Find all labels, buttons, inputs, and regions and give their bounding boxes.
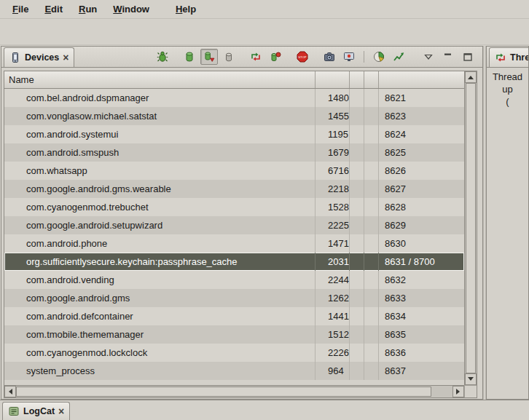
- update-threads-icon: [250, 51, 262, 63]
- threads-view: Threads × Thread up (: [486, 46, 529, 400]
- status-cell: [350, 89, 364, 107]
- threads-message-line2: (: [487, 95, 528, 108]
- debug-cell: [364, 307, 379, 325]
- table-row[interactable]: com.android.defcontainer144118634: [4, 307, 464, 325]
- status-cell: [350, 253, 364, 271]
- table-row[interactable]: org.sufficientlysecure.keychain:passphra…: [4, 253, 464, 271]
- table-row[interactable]: com.android.smspush16798625: [4, 143, 464, 162]
- view-menu-button[interactable]: [420, 49, 437, 65]
- table-row[interactable]: com.google.android.setupwizard222508629: [4, 216, 464, 234]
- vertical-scrollbar[interactable]: [464, 71, 477, 385]
- port-cell: 8635: [379, 325, 464, 344]
- table-row[interactable]: com.google.android.gms126238633: [4, 289, 464, 307]
- status-cell: [350, 216, 364, 234]
- tab-threads[interactable]: Threads ×: [489, 47, 529, 67]
- method-tracer-button[interactable]: [390, 49, 407, 65]
- menu-window[interactable]: Window: [105, 1, 157, 17]
- screen-record-button[interactable]: [340, 49, 358, 65]
- process-name-cell: system_process: [4, 362, 316, 380]
- devices-toolbar: STOP: [154, 46, 482, 67]
- table-row[interactable]: com.vonglasow.michael.satstat145538623: [4, 107, 464, 125]
- screen-capture-button[interactable]: [321, 49, 338, 65]
- table-row[interactable]: com.cyanogenmod.trebuchet15288628: [4, 198, 464, 216]
- column-header-pid[interactable]: [316, 71, 350, 88]
- port-cell: 8623: [379, 107, 464, 125]
- menu-file[interactable]: File: [4, 1, 36, 17]
- table-row[interactable]: com.bel.android.dspmanager14808621: [4, 89, 464, 107]
- system-info-icon: [373, 51, 385, 63]
- table-row[interactable]: com.google.android.gms.wearable221858627: [4, 180, 464, 198]
- menu-help[interactable]: Help: [168, 1, 204, 17]
- scroll-left-button[interactable]: [4, 386, 16, 397]
- horizontal-scrollbar-thumb[interactable]: [16, 387, 431, 397]
- debug-cell: [364, 198, 379, 216]
- svg-text:STOP: STOP: [298, 55, 307, 58]
- pid-cell: 22265: [316, 344, 350, 362]
- column-header-port[interactable]: [379, 71, 464, 88]
- status-cell: [350, 125, 364, 143]
- device-phone-icon: [9, 52, 21, 63]
- debug-cell: [364, 362, 379, 380]
- table-row[interactable]: com.tmobile.thememanager15128635: [4, 325, 464, 344]
- pid-cell: 6716: [316, 162, 350, 180]
- tab-devices[interactable]: Devices ×: [4, 47, 74, 67]
- table-row[interactable]: com.android.phone14718630: [4, 234, 464, 253]
- column-header-a[interactable]: [350, 71, 364, 88]
- status-cell: [350, 180, 364, 198]
- column-header-name[interactable]: Name: [4, 71, 316, 88]
- scroll-up-button[interactable]: [465, 71, 477, 83]
- minimize-button[interactable]: [439, 49, 457, 65]
- close-icon[interactable]: ×: [63, 53, 68, 62]
- debug-process-icon: [157, 51, 168, 63]
- process-name-cell: com.android.defcontainer: [4, 307, 316, 325]
- column-header-b[interactable]: [364, 71, 379, 88]
- debug-process-button[interactable]: [154, 49, 171, 65]
- stop-process-button[interactable]: STOP: [294, 49, 311, 65]
- view-menu-icon: [423, 51, 434, 63]
- vertical-scrollbar-thumb[interactable]: [466, 83, 476, 373]
- port-cell: 8626: [379, 162, 464, 180]
- screen-record-icon: [343, 51, 355, 63]
- main-toolbar-strip: [0, 19, 529, 45]
- table-row[interactable]: com.android.vending224408632: [4, 271, 464, 289]
- pid-cell: 1528: [316, 198, 350, 216]
- table-header: Name: [4, 71, 464, 89]
- pid-cell: 12623: [316, 289, 350, 307]
- horizontal-scrollbar[interactable]: [4, 385, 464, 397]
- method-tracer-icon: [393, 51, 404, 63]
- debug-cell: [364, 234, 379, 253]
- scrollbar-corner: [464, 385, 477, 397]
- table-row[interactable]: com.whatsapp67168626: [4, 162, 464, 180]
- process-name-cell: com.android.phone: [4, 234, 316, 253]
- process-name-cell: com.google.android.setupwizard: [4, 216, 316, 234]
- scroll-right-button[interactable]: [452, 386, 464, 397]
- port-cell: 8637: [379, 362, 464, 380]
- tab-logcat-label: LogCat: [23, 406, 55, 416]
- update-heap-button[interactable]: [181, 49, 198, 65]
- pid-cell: 14411: [316, 307, 350, 325]
- right-arrow-icon: [456, 389, 463, 395]
- table-row[interactable]: com.android.systemui11958624: [4, 125, 464, 143]
- maximize-button[interactable]: [459, 49, 477, 65]
- table-row[interactable]: system_process9648637: [4, 362, 464, 380]
- dump-hprof-button[interactable]: [200, 49, 218, 65]
- cause-gc-button[interactable]: [220, 49, 238, 65]
- port-cell: 8632: [379, 271, 464, 289]
- tab-logcat[interactable]: LogCat ×: [2, 402, 70, 420]
- debug-cell: [364, 253, 379, 271]
- main-area: Devices ×: [0, 45, 529, 400]
- table-row[interactable]: com.cyanogenmod.lockclock222658636: [4, 344, 464, 362]
- left-arrow-icon: [6, 389, 12, 395]
- start-method-profiling-button[interactable]: [267, 49, 284, 65]
- menu-run[interactable]: Run: [71, 1, 105, 17]
- scroll-down-button[interactable]: [465, 373, 477, 385]
- debug-cell: [364, 325, 379, 344]
- system-info-button[interactable]: [370, 49, 388, 65]
- debug-cell: [364, 89, 379, 107]
- update-threads-button[interactable]: [247, 49, 264, 65]
- status-cell: [350, 289, 364, 307]
- status-cell: [350, 307, 364, 325]
- close-icon[interactable]: ×: [58, 407, 64, 416]
- minimize-icon: [442, 51, 454, 63]
- menu-edit[interactable]: Edit: [36, 1, 71, 17]
